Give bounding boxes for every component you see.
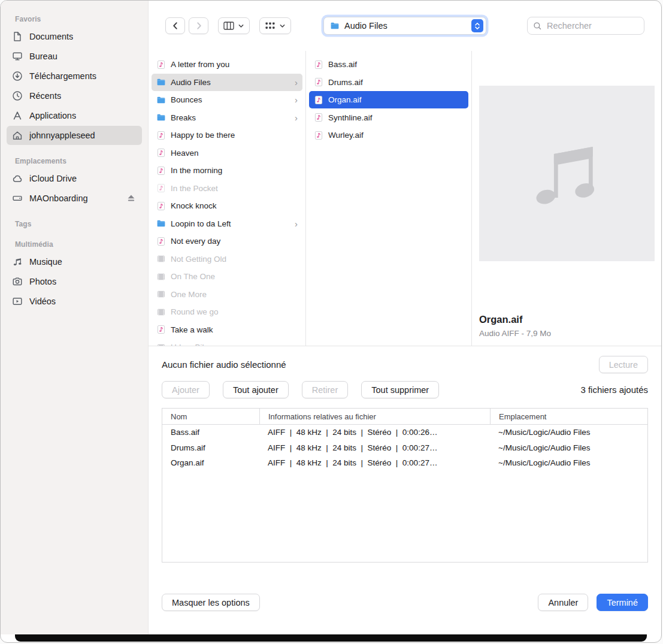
video-icon (12, 296, 23, 307)
item-label: Drums.aif (328, 78, 363, 87)
folder-icon (156, 219, 166, 228)
selection-status: Aucun fichier audio sélectionné (162, 359, 286, 370)
cancel-button[interactable]: Annuler (538, 594, 588, 611)
sidebar: FavorisDocumentsBureauTéléchargementsRéc… (1, 1, 149, 634)
file-item-in-the-pocket[interactable]: In the Pocket (152, 180, 302, 197)
table-row[interactable]: Drums.aifAIFF | 48 kHz | 24 bits | Stéré… (162, 440, 647, 456)
toolbar: Audio Files (149, 1, 661, 51)
folder-item-loopin-to-da-left[interactable]: Loopin to da Left› (152, 215, 302, 232)
file-item-not-getting-old[interactable]: Not Getting Old (152, 250, 302, 268)
file-item-happy-to-be-there[interactable]: Happy to be there (152, 126, 302, 144)
sidebar-item-johnnyappleseed[interactable]: johnnyappleseed (7, 126, 142, 145)
popup-stepper-icon (471, 19, 483, 32)
applications-icon (12, 110, 23, 121)
folder-icon (156, 77, 166, 87)
file-item-synthline-aif[interactable]: Synthline.aif (309, 109, 468, 126)
eject-button[interactable] (126, 193, 137, 204)
group-view-button[interactable] (259, 17, 291, 34)
movie-file-icon (156, 272, 166, 282)
search-input[interactable] (546, 20, 638, 31)
recents-icon (12, 90, 23, 101)
sidebar-item-musique[interactable]: Musique (7, 252, 142, 271)
cell-location: ~/Music/Logic/Audio Files (490, 458, 647, 467)
sidebar-item-maonboarding[interactable]: MAOnboarding (7, 189, 142, 208)
file-item-organ-aif[interactable]: Organ.aif (309, 91, 468, 108)
file-item-a-letter-from-you[interactable]: A letter from you (152, 56, 302, 73)
sidebar-item-documents[interactable]: Documents (7, 27, 142, 46)
cell-info: AIFF | 48 kHz | 24 bits | Stéréo | 0:00:… (259, 458, 490, 467)
item-label: Urban Bike (171, 343, 211, 346)
sidebar-item-label: Musique (29, 257, 62, 267)
file-item-drums-aif[interactable]: Drums.aif (309, 74, 468, 91)
item-label: Knock knock (171, 201, 217, 210)
folder-item-breaks[interactable]: Breaks› (152, 109, 302, 126)
item-label: Not every day (171, 237, 220, 246)
search-field[interactable] (527, 17, 644, 35)
browser-column-1: A letter from youAudio Files›Bounces›Bre… (149, 51, 306, 346)
audio-table-body: Bass.aifAIFF | 48 kHz | 24 bits | Stéréo… (162, 425, 647, 471)
item-label: In the morning (171, 166, 222, 175)
folder-item-bounces[interactable]: Bounces› (152, 91, 302, 108)
music-note-icon (526, 133, 607, 214)
done-button[interactable]: Terminé (597, 594, 648, 611)
sidebar-item-vid-os[interactable]: Vidéos (7, 292, 142, 311)
folder-icon (156, 95, 166, 105)
sidebar-section-title: Favoris (15, 15, 148, 23)
add-all-button[interactable]: Tout ajouter (223, 381, 289, 398)
column-view-button[interactable] (218, 17, 250, 34)
file-item-knock-knock[interactable]: Knock knock (152, 197, 302, 214)
movie-file-icon (156, 289, 166, 299)
sidebar-item-label: MAOnboarding (29, 193, 88, 203)
preview-art (479, 86, 655, 261)
location-popup[interactable]: Audio Files (323, 17, 486, 35)
remove-button[interactable]: Retirer (302, 381, 349, 398)
audio-file-icon (314, 113, 323, 122)
column-header-name[interactable]: Nom (162, 409, 259, 424)
chevron-left-icon (171, 21, 180, 31)
sidebar-section-title: Tags (15, 220, 148, 228)
file-item-wurley-aif[interactable]: Wurley.aif (309, 126, 468, 144)
file-item-take-a-walk[interactable]: Take a walk (152, 321, 302, 338)
hide-options-button[interactable]: Masquer les options (162, 594, 260, 611)
disk-icon (12, 193, 23, 204)
item-label: Wurley.aif (328, 131, 364, 140)
file-item-one-more[interactable]: One More (152, 286, 302, 303)
grid-view-icon (265, 22, 276, 30)
chevron-down-icon (238, 23, 244, 29)
file-item-round-we-go[interactable]: Round we go (152, 303, 302, 321)
file-item-not-every-day[interactable]: Not every day (152, 232, 302, 250)
remove-all-button[interactable]: Tout supprimer (361, 381, 439, 398)
column-header-location[interactable]: Emplacement (490, 409, 647, 424)
item-label: One More (171, 290, 207, 299)
file-item-heaven[interactable]: Heaven (152, 144, 302, 162)
footer-row: Masquer les options Annuler Terminé (162, 594, 648, 611)
sidebar-item-r-cents[interactable]: Récents (7, 86, 142, 105)
sidebar-item-applications[interactable]: Applications (7, 106, 142, 125)
sidebar-item-bureau[interactable]: Bureau (7, 47, 142, 66)
table-row[interactable]: Organ.aifAIFF | 48 kHz | 24 bits | Stéré… (162, 455, 647, 471)
file-item-bass-aif[interactable]: Bass.aif (309, 56, 468, 73)
file-item-on-the-one[interactable]: On The One (152, 268, 302, 285)
item-label: Breaks (171, 113, 196, 122)
folder-item-audio-files[interactable]: Audio Files› (152, 74, 302, 91)
file-item-urban-bike[interactable]: Urban Bike (152, 338, 302, 346)
forward-button[interactable] (189, 17, 208, 34)
sidebar-item-photos[interactable]: Photos (7, 272, 142, 291)
sidebar-item-icloud-drive[interactable]: iCloud Drive (7, 169, 142, 188)
column-header-info[interactable]: Informations relatives au fichier (259, 409, 490, 424)
audio-file-icon (156, 201, 166, 211)
add-button[interactable]: Ajouter (162, 381, 210, 398)
sidebar-item-t-l-chargements[interactable]: Téléchargements (7, 66, 142, 86)
back-button[interactable] (165, 17, 185, 34)
item-label: A letter from you (171, 60, 229, 69)
play-button[interactable]: Lecture (599, 356, 648, 373)
table-row[interactable]: Bass.aifAIFF | 48 kHz | 24 bits | Stéréo… (162, 425, 647, 440)
file-item-in-the-morning[interactable]: In the morning (152, 162, 302, 179)
sidebar-item-label: Photos (29, 277, 56, 286)
table-header: Nom Informations relatives au fichier Em… (162, 409, 647, 425)
chevron-right-icon: › (295, 219, 298, 228)
cell-location: ~/Music/Logic/Audio Files (490, 428, 647, 437)
item-label: Bass.aif (328, 60, 357, 69)
sidebar-item-label: Applications (29, 111, 76, 120)
item-label: In the Pocket (171, 184, 218, 193)
